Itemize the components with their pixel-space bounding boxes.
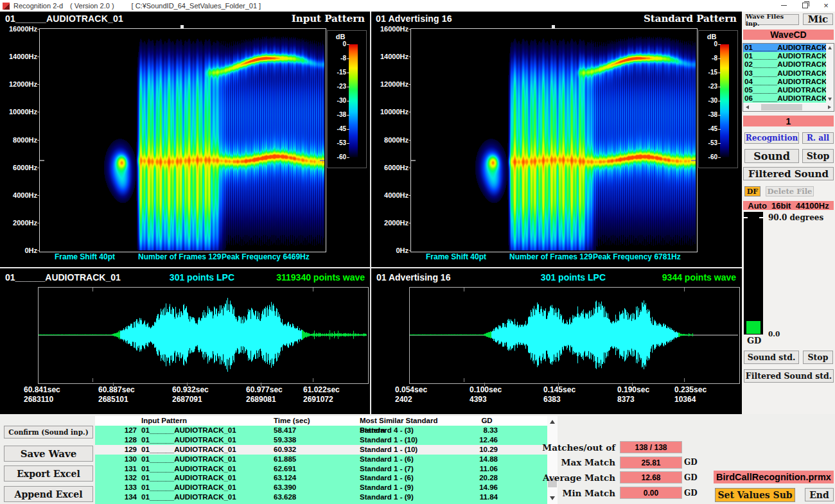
append-excel-button[interactable]: Append Excel bbox=[4, 486, 93, 502]
table-row[interactable]: 13401______AUDIOTRACK_0163.628Standard 1… bbox=[95, 492, 547, 502]
input-freq-tick-mark bbox=[37, 84, 40, 85]
app-window: Recognition 2-d ( Version 2.0 ) [ C:¥Sou… bbox=[0, 0, 835, 504]
mic-button[interactable]: Mic bbox=[803, 13, 833, 25]
table-row[interactable]: 13001______AUDIOTRACK_0161.885Standard 1… bbox=[95, 455, 547, 464]
colorbar-tick-label: -60 bbox=[337, 153, 346, 161]
table-row[interactable]: 12901______AUDIOTRACK_0160.932Standard 1… bbox=[95, 445, 547, 455]
wave-file-list-item[interactable]: 04______AUDIOTRACK_ bbox=[743, 78, 827, 86]
table-cell: 01______AUDIOTRACK_01 bbox=[141, 464, 274, 474]
table-cell: 01______AUDIOTRACK_01 bbox=[141, 473, 274, 483]
table-cell: 63.124 bbox=[274, 473, 360, 483]
standard-time-tick bbox=[558, 383, 559, 386]
max-match-unit: GD bbox=[684, 458, 698, 467]
set-values-sub-button[interactable]: Set Values Sub bbox=[715, 488, 795, 502]
wave-file-list[interactable]: 01______AUDIOTRACK_01______AUDIOTRACK_02… bbox=[743, 43, 834, 112]
standard-time-sec-label: 0.054sec bbox=[395, 385, 427, 394]
sound-button[interactable]: Sound bbox=[744, 149, 799, 163]
table-row[interactable]: 13201______AUDIOTRACK_0163.124Standard 1… bbox=[95, 473, 547, 483]
list-scroll-right-icon[interactable] bbox=[828, 105, 831, 109]
table-cell: 59.338 bbox=[274, 435, 360, 445]
table-scroll-up-icon[interactable] bbox=[550, 420, 555, 424]
colorbar-tick-label: -30 bbox=[708, 97, 717, 104]
input-spectrogram-right-dash bbox=[320, 160, 324, 161]
list-scroll-down-icon[interactable] bbox=[828, 98, 832, 101]
close-button[interactable]: × bbox=[816, 0, 835, 11]
table-cell: 133 bbox=[95, 483, 141, 492]
stop-std-button[interactable]: Stop bbox=[803, 351, 833, 364]
delete-file-button[interactable]: Delete File bbox=[766, 186, 814, 196]
recognition-all-button[interactable]: R. all bbox=[802, 132, 834, 144]
table-cell: Standard 1 - (9) bbox=[360, 483, 464, 492]
input-time-sample-label: 2683110 bbox=[24, 395, 53, 404]
wave-file-list-item[interactable]: 03______AUDIOTRACK_ bbox=[743, 69, 827, 78]
matches-value: 138 / 138 bbox=[620, 441, 682, 453]
average-match-value: 12.68 bbox=[620, 471, 682, 483]
standard-colorbar-title: dB bbox=[699, 33, 725, 40]
recognition-button[interactable]: Recognition bbox=[744, 132, 799, 144]
table-cell: 62.691 bbox=[274, 464, 360, 474]
standard-wave-title: 01 Advertising 16 bbox=[376, 272, 450, 282]
standard-freq-tick-label: 4000Hz bbox=[384, 191, 409, 199]
list-vscrollbar[interactable] bbox=[826, 44, 834, 103]
standard-wave-lpc-label: 301 points LPC bbox=[541, 272, 606, 282]
input-num-frames-label: Number of Frames 129 bbox=[138, 252, 221, 261]
max-match-label: Max Match bbox=[501, 457, 615, 467]
wave-file-list-item[interactable]: 01______AUDIOTRACK_ bbox=[743, 52, 827, 60]
wave-file-list-item[interactable]: 05______AUDIOTRACK_ bbox=[743, 86, 827, 94]
input-spectrogram-top-tick bbox=[180, 25, 184, 28]
colorbar-tick-mark bbox=[718, 73, 721, 73]
standard-time-sec-label: 0.145sec bbox=[543, 385, 576, 394]
input-time-sec-label: 60.841sec bbox=[24, 385, 60, 394]
table-row[interactable]: 13301______AUDIOTRACK_0163.390Standard 1… bbox=[95, 483, 547, 492]
standard-time-sample-label: 4393 bbox=[470, 395, 487, 404]
confirm-sound-input-button[interactable]: Confirm (Sound inp.) bbox=[4, 426, 93, 439]
standard-wave-points-label: 9344 points wave bbox=[662, 272, 736, 282]
list-hscrollbar[interactable] bbox=[743, 103, 834, 111]
wave-file-list-item[interactable]: 06______AUDIOTRACK_ bbox=[743, 94, 827, 103]
close-icon: × bbox=[823, 1, 829, 10]
input-spectrogram-canvas bbox=[40, 29, 324, 250]
wave-files-input-button[interactable]: Wave Files inp. bbox=[745, 14, 799, 25]
input-freq-tick-label: 0Hz bbox=[24, 247, 37, 254]
table-row[interactable]: 12701______AUDIOTRACK_0158.417Standard 4… bbox=[95, 426, 547, 435]
standard-freq-tick-mark bbox=[409, 84, 411, 85]
filtered-sound-std-button[interactable]: Filtered Sound std. bbox=[744, 369, 834, 383]
wave-file-list-item[interactable]: 01______AUDIOTRACK_ bbox=[743, 44, 827, 52]
minimize-button[interactable] bbox=[774, 0, 793, 11]
list-hscroll-thumb[interactable] bbox=[761, 104, 802, 110]
standard-num-frames-label: Number of Frames 129 bbox=[509, 252, 592, 261]
list-scroll-up-icon[interactable] bbox=[828, 46, 832, 49]
stop-button[interactable]: Stop bbox=[802, 149, 834, 163]
standard-time-sample-label: 2402 bbox=[395, 395, 412, 404]
table-row[interactable]: 13101______AUDIOTRACK_0162.691Standard 1… bbox=[95, 464, 547, 474]
input-spectrogram-frame bbox=[39, 28, 326, 252]
standard-waveform-canvas bbox=[410, 288, 738, 382]
input-freq-tick-label: 14000Hz bbox=[9, 53, 37, 60]
standard-freq-tick-label: 8000Hz bbox=[384, 136, 409, 144]
save-wave-button[interactable]: Save Wave bbox=[4, 446, 93, 462]
min-match-label: Min Match bbox=[501, 488, 615, 498]
export-excel-button[interactable]: Export Excel bbox=[4, 465, 93, 482]
table-row[interactable]: 12801______AUDIOTRACK_0159.338Standard 1… bbox=[95, 435, 547, 445]
match-table-header: Input Pattern Time (sec) Most Similar St… bbox=[95, 416, 547, 426]
df-button[interactable]: DF bbox=[744, 186, 760, 196]
end-button[interactable]: End bbox=[805, 488, 834, 501]
app-icon bbox=[3, 3, 10, 10]
colorbar-tick-mark bbox=[347, 87, 349, 87]
restore-button[interactable] bbox=[795, 0, 814, 11]
standard-spectrogram-frame bbox=[410, 28, 698, 252]
list-scroll-left-icon[interactable] bbox=[746, 105, 749, 109]
input-time-tick bbox=[261, 383, 261, 386]
wave-file-list-item[interactable]: 02______AUDIOTRACK_ bbox=[743, 60, 827, 69]
sound-std-button[interactable]: Sound std. bbox=[744, 351, 799, 364]
standard-freq-tick-mark bbox=[409, 56, 411, 57]
restore-icon bbox=[802, 3, 808, 8]
match-table[interactable]: Input Pattern Time (sec) Most Similar St… bbox=[95, 416, 547, 504]
table-cell: 01______AUDIOTRACK_01 bbox=[141, 445, 274, 455]
table-cell: 129 bbox=[95, 445, 141, 455]
colorbar-tick-label: -30 bbox=[337, 97, 346, 104]
colorbar-tick-label: -15 bbox=[708, 69, 717, 76]
filtered-sound-button[interactable]: Filtered Sound bbox=[743, 167, 834, 180]
input-pattern-corner-label: Input Pattern bbox=[292, 13, 365, 24]
input-time-sec-label: 60.977sec bbox=[246, 385, 283, 394]
